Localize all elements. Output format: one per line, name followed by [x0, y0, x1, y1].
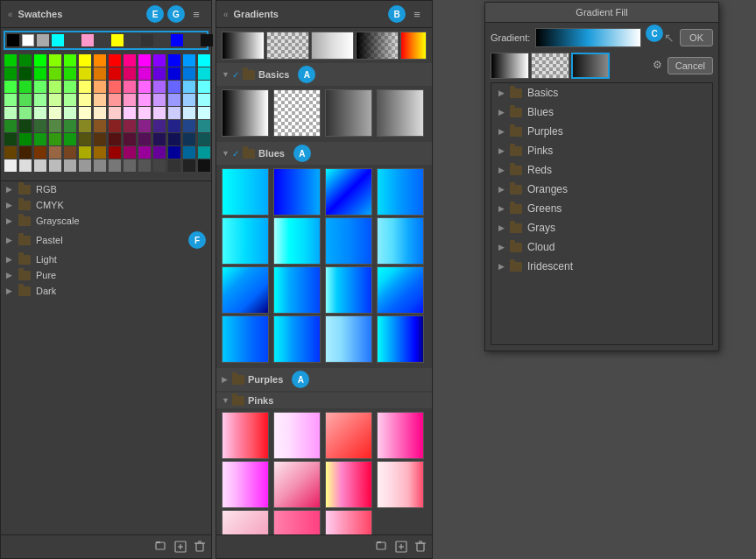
swatch-item[interactable]	[94, 146, 106, 159]
swatch-item[interactable]	[34, 81, 46, 93]
swatch-item[interactable]	[4, 120, 17, 132]
swatch-item[interactable]	[19, 54, 32, 67]
swatch-item[interactable]	[49, 107, 61, 119]
gradient-section-basics-header[interactable]: ▼ ✓ Basics A	[216, 63, 432, 86]
swatches-collapse-icon[interactable]: «	[8, 10, 13, 19]
swatch-item[interactable]	[168, 133, 180, 145]
delete-grad-button[interactable]	[413, 539, 428, 555]
new-group-grad-button[interactable]	[374, 539, 390, 555]
swatch-item[interactable]	[19, 67, 32, 80]
pinks-grad-9[interactable]	[222, 510, 269, 534]
dialog-settings-icon[interactable]: ⚙	[650, 57, 666, 73]
swatch-item[interactable]	[168, 107, 180, 119]
swatch-item[interactable]	[64, 54, 76, 67]
swatch-item[interactable]	[153, 120, 166, 132]
swatch-item[interactable]	[183, 54, 195, 67]
blues-grad-5[interactable]	[222, 217, 269, 265]
swatch-item[interactable]	[168, 120, 180, 132]
swatch-item[interactable]	[153, 159, 166, 172]
group-grayscale[interactable]: ▶ Grayscale	[1, 213, 211, 229]
swatch-item[interactable]	[183, 159, 195, 172]
swatch-item[interactable]	[19, 94, 32, 106]
swatch-empty1[interactable]	[67, 34, 79, 46]
blues-grad-7[interactable]	[325, 217, 372, 265]
swatch-item[interactable]	[64, 120, 76, 132]
blues-grad-2[interactable]	[273, 168, 321, 216]
blues-grad-11[interactable]	[325, 266, 372, 314]
blues-grad-14[interactable]	[273, 315, 321, 363]
pinks-grad-2[interactable]	[273, 412, 321, 459]
swatch-item[interactable]	[19, 146, 32, 159]
swatch-item[interactable]	[124, 159, 136, 172]
gradient-preview-bar[interactable]: C	[535, 28, 641, 47]
grad-top-2[interactable]	[266, 32, 309, 60]
swatch-item[interactable]	[64, 159, 76, 172]
swatch-item[interactable]	[79, 67, 91, 80]
swatch-item[interactable]	[109, 133, 121, 145]
list-item-basics[interactable]: ▶ Basics	[491, 83, 712, 103]
swatch-item[interactable]	[79, 107, 91, 119]
swatch-item[interactable]	[124, 54, 136, 67]
dialog-thumb-trans[interactable]	[531, 53, 569, 79]
swatch-empty2[interactable]	[96, 34, 109, 46]
swatch-item[interactable]	[79, 54, 91, 67]
dialog-thumb-bw[interactable]	[491, 53, 529, 79]
swatch-item[interactable]	[109, 107, 121, 119]
swatch-item[interactable]	[153, 133, 166, 145]
swatch-item[interactable]	[64, 81, 76, 93]
swatch-item[interactable]	[109, 67, 121, 80]
blues-grad-15[interactable]	[325, 315, 372, 363]
group-pure[interactable]: ▶ Pure	[1, 267, 211, 283]
swatch-item[interactable]	[34, 133, 46, 145]
blues-grad-6[interactable]	[273, 217, 321, 265]
swatch-item[interactable]	[109, 81, 121, 93]
list-item-blues[interactable]: ▶ Blues	[491, 103, 712, 122]
new-group-button[interactable]	[153, 539, 169, 555]
swatch-empty5[interactable]	[186, 34, 198, 46]
swatch-item[interactable]	[79, 120, 91, 132]
swatch-item[interactable]	[198, 120, 210, 132]
swatch-item[interactable]	[183, 133, 195, 145]
swatch-item[interactable]	[124, 120, 136, 132]
swatch-item[interactable]	[49, 133, 61, 145]
swatch-item[interactable]	[34, 67, 46, 80]
swatch-item[interactable]	[138, 81, 151, 93]
swatch-item[interactable]	[153, 94, 166, 106]
swatch-item[interactable]	[153, 107, 166, 119]
swatch-item[interactable]	[94, 133, 106, 145]
swatch-item[interactable]	[124, 81, 136, 93]
new-grad-button[interactable]	[393, 539, 409, 555]
pinks-grad-5[interactable]	[222, 461, 269, 508]
blues-grad-4[interactable]	[377, 168, 424, 216]
swatch-item[interactable]	[34, 120, 46, 132]
delete-swatch-button[interactable]	[192, 539, 208, 555]
swatch-item[interactable]	[138, 67, 151, 80]
pinks-grad-3[interactable]	[325, 412, 372, 459]
swatch-item[interactable]	[49, 159, 61, 172]
swatch-item[interactable]	[168, 159, 180, 172]
swatch-item[interactable]	[64, 146, 76, 159]
swatch-item[interactable]	[198, 54, 210, 67]
swatch-item[interactable]	[168, 81, 180, 93]
list-item-iridescent[interactable]: ▶ Iridescent	[491, 257, 712, 276]
swatch-item[interactable]	[4, 67, 17, 80]
swatch-item[interactable]	[109, 54, 121, 67]
swatch-item[interactable]	[34, 94, 46, 106]
basics-grad-1[interactable]	[222, 89, 269, 137]
swatch-item[interactable]	[94, 67, 106, 80]
swatch-dgray[interactable]	[141, 34, 153, 46]
swatch-item[interactable]	[168, 94, 180, 106]
swatch-item[interactable]	[124, 146, 136, 159]
swatch-item[interactable]	[19, 133, 32, 145]
group-rgb[interactable]: ▶ RGB	[1, 181, 211, 197]
swatch-cyan[interactable]	[52, 34, 64, 46]
pinks-grad-7[interactable]	[325, 461, 372, 508]
swatch-item[interactable]	[4, 107, 17, 119]
swatch-empty4[interactable]	[156, 34, 168, 46]
swatch-item[interactable]	[168, 67, 180, 80]
swatch-item[interactable]	[109, 159, 121, 172]
swatch-item[interactable]	[183, 81, 195, 93]
swatch-item[interactable]	[94, 81, 106, 93]
swatch-item[interactable]	[124, 107, 136, 119]
blues-grad-10[interactable]	[273, 266, 321, 314]
